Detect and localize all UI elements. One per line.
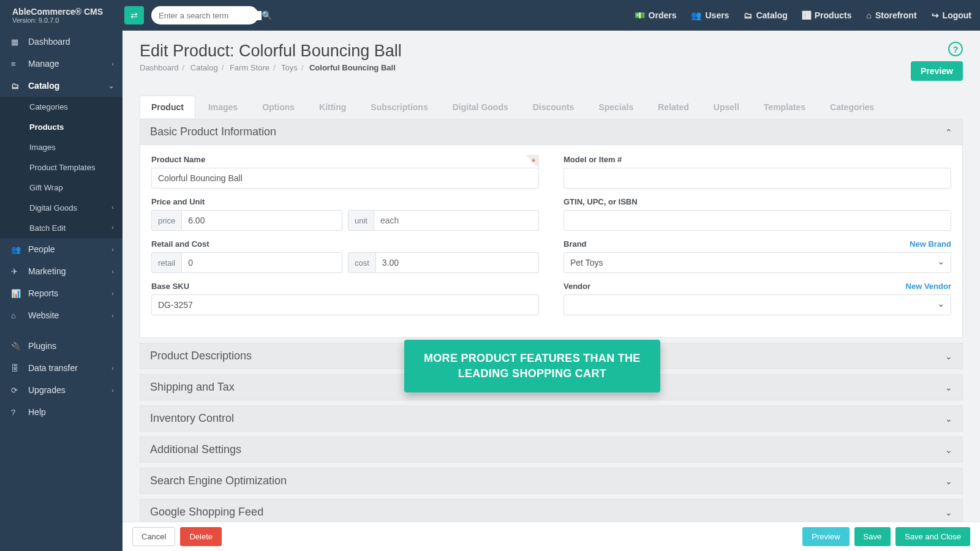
input-cost[interactable] (376, 252, 539, 273)
panel-additional: Additional Settings⌄ (140, 437, 963, 463)
tab-digital-goods[interactable]: Digital Goods (441, 96, 520, 118)
save-button[interactable]: Save (854, 527, 891, 546)
tab-related[interactable]: Related (646, 96, 701, 118)
save-close-button[interactable]: Save and Close (895, 527, 970, 546)
sidebar-data-transfer[interactable]: 🗄Data transfer‹ (0, 357, 123, 379)
panel-basic: Basic Product Information ⌃ Product Name… (140, 119, 963, 338)
delete-button[interactable]: Delete (180, 527, 222, 546)
tab-subscriptions[interactable]: Subscriptions (359, 96, 439, 118)
tab-product[interactable]: Product (140, 96, 195, 118)
new-brand-link[interactable]: New Brand (910, 239, 951, 249)
topnav-orders[interactable]: 💵Orders (635, 10, 677, 20)
panel-seo: Search Engine Optimization⌄ (140, 468, 963, 494)
sub-categories[interactable]: Categories (0, 97, 123, 117)
panel-head[interactable]: Additional Settings⌄ (140, 437, 963, 463)
select-vendor[interactable] (564, 294, 951, 315)
sidebar-catalog[interactable]: 🗂Catalog⌄ (0, 75, 123, 97)
topnav-logout[interactable]: ↪Logout (932, 10, 971, 20)
chevron-left-icon: ‹ (111, 203, 114, 211)
product-tabs: Product Images Options Kitting Subscript… (123, 84, 980, 119)
topnav-products[interactable]: 🅿Products (802, 10, 852, 20)
panel-title: Shipping and Tax (150, 381, 235, 394)
tab-discounts[interactable]: Discounts (521, 96, 586, 118)
sidebar-website[interactable]: ⌂Website‹ (0, 304, 123, 326)
page-head: Edit Product: Colorful Bouncing Ball Das… (123, 31, 980, 84)
sidebar-dashboard[interactable]: ▦Dashboard (0, 31, 123, 53)
panel-head[interactable]: Search Engine Optimization⌄ (140, 468, 963, 494)
sidebar-marketing[interactable]: ✈Marketing‹ (0, 260, 123, 282)
people-icon: 👥 (11, 245, 23, 254)
sub-product-templates[interactable]: Product Templates (0, 157, 123, 178)
panel-basic-body: Product Name * Price and Unit price unit (140, 145, 963, 338)
sub-images[interactable]: Images (0, 137, 123, 157)
sub-gift-wrap[interactable]: Gift Wrap (0, 178, 123, 198)
tab-categories[interactable]: Categories (818, 96, 886, 118)
sidebar-plugins[interactable]: 🔌Plugins (0, 335, 123, 357)
addon-price: price (151, 210, 182, 231)
sub-products[interactable]: Products (0, 117, 123, 137)
chevron-down-icon: ⌄ (945, 351, 952, 361)
sidebar-catalog-submenu: Categories Products Images Product Templ… (0, 97, 123, 238)
sidebar-reports[interactable]: 📊Reports‹ (0, 282, 123, 304)
topnav: 💵Orders 👥Users 🗂Catalog 🅿Products ⌂Store… (635, 10, 971, 20)
refresh-icon: ⟳ (11, 386, 23, 395)
breadcrumb: Dashboard/ Catalog/ Farm Store/ Toys/ Co… (140, 63, 402, 72)
select-brand[interactable] (564, 252, 951, 273)
input-sku[interactable] (151, 294, 539, 315)
sidebar-item-label: Help (28, 407, 46, 417)
crumb-sep: / (222, 63, 224, 72)
cancel-button[interactable]: Cancel (132, 527, 175, 546)
addon-cost: cost (348, 252, 376, 273)
label-price-unit: Price and Unit (151, 197, 539, 206)
footer-preview-button[interactable]: Preview (802, 527, 849, 546)
label-product-name: Product Name (151, 155, 539, 164)
tab-templates[interactable]: Templates (752, 96, 817, 118)
tab-images[interactable]: Images (197, 96, 249, 118)
input-unit[interactable] (374, 210, 539, 231)
sidebar-manage[interactable]: ≡Manage‹ (0, 53, 123, 75)
footer-actions: Cancel Delete Preview Save Save and Clos… (123, 522, 980, 551)
input-gtin[interactable] (564, 210, 951, 231)
input-retail[interactable] (182, 252, 342, 273)
topnav-users[interactable]: 👥Users (691, 10, 729, 20)
sidebar-upgrades[interactable]: ⟳Upgrades‹ (0, 379, 123, 401)
crumb[interactable]: Farm Store (230, 63, 270, 72)
preview-button[interactable]: Preview (911, 61, 963, 81)
crumb[interactable]: Toys (281, 63, 298, 72)
crumb[interactable]: Catalog (190, 63, 218, 72)
search-input[interactable] (159, 11, 262, 20)
topnav-storefront[interactable]: ⌂Storefront (866, 10, 916, 20)
crumb[interactable]: Dashboard (140, 63, 179, 72)
chevron-down-icon: ⌄ (945, 445, 952, 455)
help-icon[interactable]: ? (948, 42, 963, 56)
chevron-left-icon: ‹ (111, 246, 114, 253)
new-vendor-link[interactable]: New Vendor (906, 282, 951, 291)
tab-options[interactable]: Options (251, 96, 306, 118)
panel-head[interactable]: Inventory Control⌄ (140, 405, 963, 432)
input-price[interactable] (182, 210, 342, 231)
tab-upsell[interactable]: Upsell (702, 96, 751, 118)
chevron-left-icon: ‹ (111, 268, 114, 275)
users-icon: 👥 (691, 10, 701, 20)
sidebar-help[interactable]: ?Help (0, 401, 123, 423)
chevron-down-icon: ⌄ (945, 383, 952, 392)
tab-kitting[interactable]: Kitting (307, 96, 358, 118)
topnav-catalog[interactable]: 🗂Catalog (744, 10, 787, 20)
panel-title: Google Shopping Feed (150, 506, 263, 519)
search-icon[interactable]: 🔍 (262, 10, 272, 20)
sub-digital-goods[interactable]: Digital Goods‹ (0, 198, 123, 218)
brand: AbleCommerce® CMS Version: 9.0.7.0 (9, 7, 116, 24)
promo-line2: LEADING SHOPPING CART (424, 366, 641, 381)
input-model[interactable] (564, 168, 951, 189)
sub-batch-edit[interactable]: Batch Edit‹ (0, 218, 123, 238)
dashboard-icon: ▦ (11, 37, 23, 47)
tab-specials[interactable]: Specials (587, 96, 645, 118)
switch-view-button[interactable]: ⇄ (124, 6, 144, 24)
panel-title: Basic Product Information (150, 126, 276, 138)
promo-overlay: MORE PRODUCT FEATURES THAN THE LEADING S… (404, 340, 660, 392)
label-text: Brand (564, 239, 587, 249)
sidebar-people[interactable]: 👥People‹ (0, 238, 123, 260)
panel-basic-head[interactable]: Basic Product Information ⌃ (140, 119, 963, 145)
input-product-name[interactable] (151, 168, 539, 189)
question-icon: ? (11, 408, 23, 417)
